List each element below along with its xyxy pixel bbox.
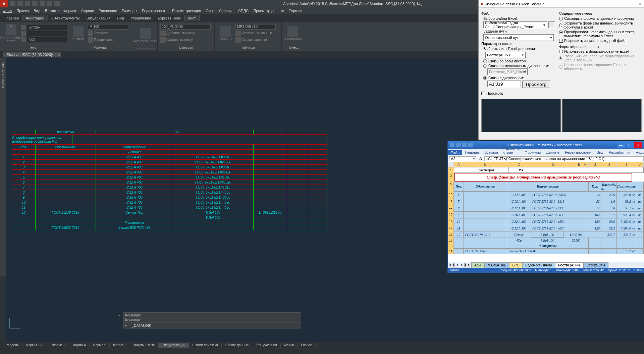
xl-tab-layout[interactable]: Разметка стран — [501, 146, 522, 155]
dim-button[interactable]: Размер — [70, 26, 87, 41]
xl-tab-data[interactable]: Данные — [543, 150, 562, 155]
select-all[interactable] — [448, 162, 454, 167]
qat-save-icon[interactable] — [25, 1, 30, 6]
extract-data-icon[interactable] — [235, 31, 241, 36]
layout-tab[interactable]: Тех. указания — [252, 343, 280, 348]
sheet-prev-icon[interactable]: ◄ — [454, 263, 459, 267]
layout-tab[interactable]: Разное — [298, 343, 316, 348]
xl-tab-addins[interactable]: Надстройки — [633, 150, 644, 155]
qat-print-icon[interactable] — [40, 1, 45, 6]
rtab-view[interactable]: Вид — [114, 15, 127, 21]
rtab-manage[interactable]: Управление — [127, 15, 154, 21]
remove-leader-icon[interactable] — [160, 37, 166, 43]
row-hdr[interactable]: 2 — [448, 173, 454, 182]
radio-convert-text[interactable]: Преобразовать форматы данных в текст, вы… — [559, 30, 641, 38]
menu-dataview[interactable]: Просмотр данных — [253, 9, 284, 13]
xl-tab-file[interactable]: Файл — [448, 150, 462, 155]
file-select-combo[interactable]: C:\Всякое\МГТ\Для Лёши\Спецификации_Рена… — [483, 21, 547, 28]
layout-tab[interactable]: Формы 9 и 9а — [130, 343, 158, 348]
menu-modify[interactable]: Редактировать — [142, 9, 167, 13]
xl-tab-home[interactable]: Главная — [462, 150, 482, 155]
rtab-3d[interactable]: 3D-инструменты — [48, 15, 83, 21]
radio-cell-range[interactable]: Связь с диапазоном: — [483, 76, 555, 80]
add-tab-icon[interactable]: + — [63, 52, 66, 57]
qat-redo-icon[interactable] — [54, 1, 60, 6]
qat-new-icon[interactable] — [10, 1, 15, 6]
rtab-express[interactable]: Express Tools — [155, 15, 184, 21]
layout-tab[interactable]: Штамп привязки — [189, 343, 222, 348]
menu-spds[interactable]: СПДС — [238, 9, 249, 13]
radio-named-range[interactable]: Связь с именованным диапазоном: — [483, 64, 555, 68]
sheet-tab-active[interactable]: Ростверк_Р-1 — [555, 262, 584, 268]
acad-logo[interactable]: A — [0, 0, 8, 7]
rtab-visual[interactable]: Визуализация — [83, 15, 114, 21]
col-B[interactable]: B — [464, 162, 507, 167]
text-height-combo[interactable]: .003 — [27, 37, 67, 42]
add-layout-icon[interactable]: + — [318, 343, 320, 347]
menu-help[interactable]: Справка — [219, 9, 233, 13]
xl-redo-icon[interactable] — [468, 143, 473, 147]
excel-grid[interactable]: A B C D E F G H I J 1ростверкаР-1 2Специ… — [448, 162, 644, 262]
cmd-close-icon[interactable]: × — [118, 313, 120, 317]
rtab-annotate[interactable]: Аннотации — [22, 15, 48, 21]
doc-tab[interactable]: Standart ISSO [31.03.2020]*× — [3, 52, 61, 57]
col-F[interactable]: F — [582, 162, 588, 167]
formula-bar[interactable]: =СЦЕПИТЬ("Спецификация материалов на арм… — [484, 156, 644, 161]
table-style-combo[interactable]: MP3-OIS v1.0 — [235, 24, 276, 30]
preview-button[interactable]: Просмотр — [522, 81, 550, 88]
find-icon[interactable] — [21, 31, 26, 36]
menu-tools[interactable]: Сервис — [81, 9, 94, 13]
layout-model[interactable]: Модель — [3, 343, 22, 348]
write-source-checkbox[interactable]: ✓ — [559, 39, 563, 43]
radio-keep-formulas[interactable]: Сохранить форматы данных и формулы — [559, 16, 641, 20]
link-data-icon[interactable] — [235, 37, 241, 43]
sheet-first-icon[interactable]: ◄◄ — [449, 263, 454, 267]
text-find-combo[interactable] — [27, 31, 67, 36]
layout-tab[interactable]: Общие данные — [222, 343, 253, 348]
xl-icon[interactable] — [450, 143, 454, 147]
col-H[interactable]: H — [601, 162, 617, 167]
sheet-tab[interactable]: Стойка Ст-1 — [584, 262, 608, 268]
radio-calc-excel[interactable]: Сохранить форматы данных, вычислить форм… — [559, 21, 641, 29]
xl-tab-formulas[interactable]: Формулы — [522, 150, 543, 155]
sidebar-xrefs[interactable]: Внешние ссылки — [0, 58, 6, 276]
menu-draw[interactable]: Рисование — [99, 9, 117, 13]
sheet-select-combo[interactable]: Ростверк_Р-1 — [485, 52, 526, 58]
layout-tab[interactable]: Форма 5 — [90, 343, 110, 348]
scale-icon[interactable] — [21, 37, 26, 42]
sheet-next-icon[interactable]: ► — [460, 263, 465, 267]
sheet-tab[interactable]: ВРС — [509, 262, 522, 268]
continue-dim-icon[interactable] — [88, 37, 93, 43]
qat-undo-icon[interactable] — [47, 1, 52, 6]
xl-tab-view[interactable]: Вид — [594, 150, 606, 155]
xl-tab-insert[interactable]: Вставка — [482, 150, 501, 155]
rtab-layout[interactable]: Лист — [184, 15, 200, 21]
menu-window[interactable]: Окно — [206, 9, 214, 13]
rtab-home[interactable]: Главная — [1, 15, 22, 21]
fx-icon[interactable]: fx — [477, 157, 484, 161]
range-input[interactable] — [487, 81, 521, 87]
col-J[interactable]: J — [636, 162, 644, 167]
table-button[interactable]: Таблица — [217, 26, 234, 41]
leader-style-combo[interactable]: 100_ML (OIS) — [160, 24, 211, 30]
close-icon[interactable]: × — [634, 142, 642, 148]
mtext-button[interactable]: AМногострочный текст — [3, 24, 19, 43]
col-C[interactable]: C — [507, 162, 531, 167]
col-I[interactable]: I — [617, 162, 636, 167]
express-dim-icon[interactable] — [88, 31, 93, 36]
maximize-icon[interactable]: ☐ — [626, 142, 634, 148]
close-icon[interactable]: × — [58, 53, 60, 57]
xl-undo-icon[interactable] — [462, 143, 467, 147]
cmd-input[interactable]: -_DATALINK — [130, 323, 151, 327]
layout-tab-active[interactable]: Спецификации — [158, 343, 189, 348]
minimize-icon[interactable]: — — [617, 142, 625, 148]
menu-edit[interactable]: Правка — [16, 9, 29, 13]
row-hdr[interactable]: 3 — [448, 182, 454, 192]
menu-param[interactable]: Параметризация — [172, 9, 201, 13]
command-line[interactable]: × Команда: Команда: ▸_-_DATALINK — [123, 312, 301, 328]
menu-express[interactable]: Express — [289, 9, 302, 13]
menu-view[interactable]: Вид — [34, 9, 40, 13]
col-E[interactable]: E — [576, 162, 582, 167]
col-A[interactable]: A — [454, 162, 464, 167]
layout-tab[interactable]: Форма 4 — [69, 343, 90, 348]
